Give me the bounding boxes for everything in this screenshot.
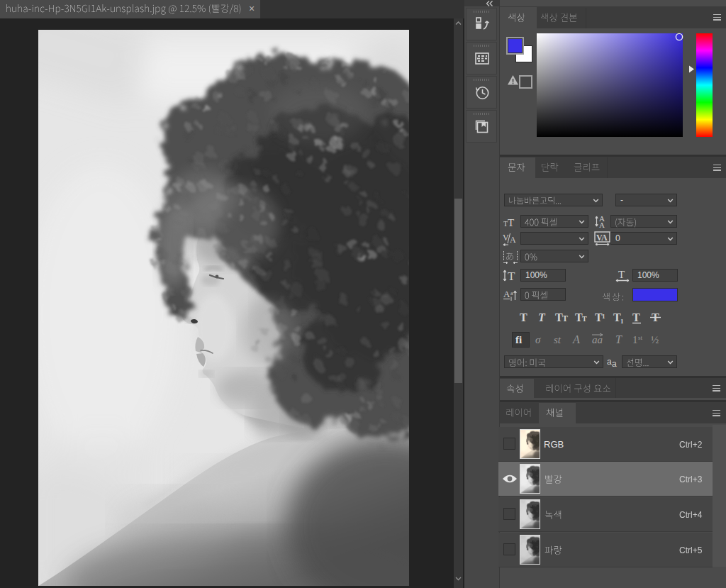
svg-text:a: a	[607, 357, 612, 367]
svg-text:1: 1	[632, 334, 638, 345]
svg-text:A: A	[510, 235, 516, 245]
svg-text:T: T	[582, 315, 587, 323]
svg-text:A: A	[572, 333, 580, 345]
svg-text:T: T	[520, 311, 527, 323]
svg-text:T: T	[615, 333, 622, 345]
svg-text:1: 1	[602, 313, 605, 320]
svg-text:T: T	[562, 314, 568, 323]
svg-text:A: A	[599, 221, 605, 228]
svg-text:T: T	[538, 311, 546, 323]
svg-text:VA: VA	[596, 233, 608, 243]
svg-text:a: a	[612, 359, 617, 367]
svg-text:a: a	[510, 290, 513, 296]
svg-text:st: st	[554, 334, 562, 345]
svg-text:A: A	[503, 289, 510, 299]
svg-text:T: T	[508, 270, 515, 282]
svg-text:T: T	[618, 269, 625, 280]
svg-text:fi: fi	[515, 334, 522, 345]
svg-text:T: T	[508, 217, 514, 227]
svg-text:σ: σ	[535, 334, 541, 345]
svg-text:st: st	[638, 334, 643, 341]
svg-text:½: ½	[651, 334, 659, 345]
svg-text:T: T	[632, 311, 640, 323]
svg-text:1: 1	[620, 318, 624, 325]
